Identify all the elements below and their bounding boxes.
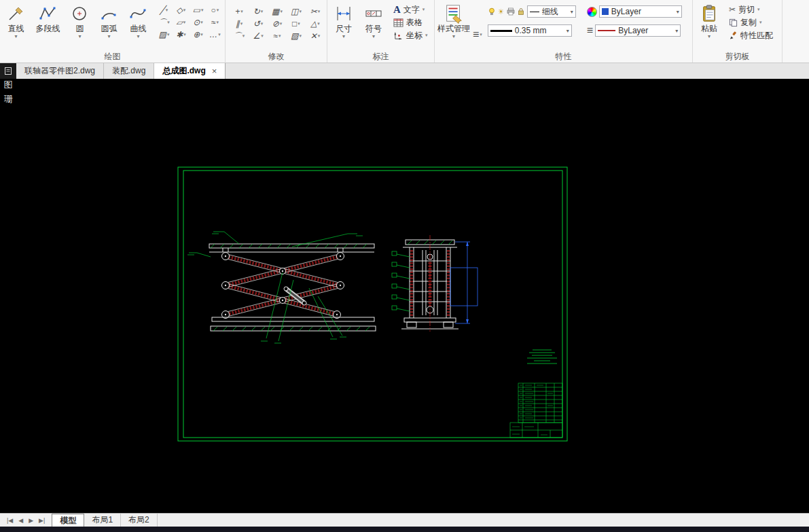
side-toolbar-top[interactable] xyxy=(0,63,16,79)
color-wheel-icon[interactable] xyxy=(587,7,597,17)
layer-print-icon[interactable] xyxy=(507,7,515,16)
clipboard-panel-label: 剪切板 xyxy=(693,52,782,61)
match-properties-label: 特性匹配 xyxy=(740,30,773,41)
cad-drawing-viewport[interactable] xyxy=(0,79,809,513)
layer-list-icon[interactable]: ≡ xyxy=(473,29,482,41)
paste-button[interactable]: 粘贴 xyxy=(694,1,724,40)
circle-tool-button[interactable]: 圆 xyxy=(65,1,94,40)
cut-button[interactable]: ✂ 剪切 ▾ xyxy=(727,3,775,16)
next-layout-button[interactable]: ▶ xyxy=(29,517,33,524)
point-icon[interactable]: ✱ xyxy=(173,29,190,41)
document-tab-3-active[interactable]: 总成图.dwg × xyxy=(154,63,226,79)
last-layout-button[interactable]: ▶| xyxy=(39,517,45,524)
coordinate-tool-button[interactable]: 坐标 ▾ xyxy=(391,29,430,41)
draw-panel: 直线 多段线 圆 圆弧 xyxy=(0,0,226,63)
move-icon[interactable]: + xyxy=(230,5,249,18)
array-icon[interactable]: ▦ xyxy=(268,5,287,18)
line-icon xyxy=(7,3,25,24)
document-tab-1[interactable]: 联轴器零件图2.dwg xyxy=(16,63,104,79)
circle-label: 圆 xyxy=(75,24,84,34)
linetype-combo[interactable]: ByLayer ▾ xyxy=(595,24,681,37)
mirror-icon[interactable]: ◫ xyxy=(287,5,306,18)
frame-tool-icon[interactable]: 珊 xyxy=(4,94,13,104)
layout1-tab[interactable]: 布局1 xyxy=(84,514,121,527)
dimension-icon xyxy=(334,3,353,24)
chamfer-icon[interactable]: ∠ xyxy=(249,30,268,42)
ellipse-icon[interactable]: ○ xyxy=(206,4,223,16)
parallelogram-icon[interactable]: ▱ xyxy=(173,16,190,29)
layer-on-bulb-icon[interactable] xyxy=(488,7,496,16)
rect-edit-icon[interactable]: □ xyxy=(287,18,306,30)
thin-line-combo[interactable]: 细线 ▾ xyxy=(527,5,576,18)
table-tool-button[interactable]: 表格 xyxy=(391,16,430,29)
spline-tool-button[interactable]: 曲线 xyxy=(124,1,153,40)
drawing-canvas[interactable]: 图 珊 xyxy=(0,79,809,513)
layer-lock-icon[interactable] xyxy=(517,7,525,16)
modify-grid: + ↻ ▦ ◫ ✂ ∥ ↺ ⊘ □ △ ⌒ ∠ ≈ ▧ ✕ xyxy=(227,1,325,42)
rotate-ccw-icon[interactable]: ↺ xyxy=(249,18,268,30)
modify-panel: + ↻ ▦ ◫ ✂ ∥ ↺ ⊘ □ △ ⌒ ∠ ≈ ▧ ✕ 修改 xyxy=(226,0,327,63)
symbol-tool-button[interactable]: 符号 xyxy=(359,1,389,40)
color-combo[interactable]: ByLayer ▾ xyxy=(599,5,682,18)
text-dropdown-arrow: ▾ xyxy=(423,7,425,12)
lineweight-combo[interactable]: 0.35 mm ▾ xyxy=(488,24,572,37)
polyline-tool-button[interactable]: 多段线 xyxy=(31,1,65,35)
cad-application: 直线 多段线 圆 圆弧 xyxy=(0,0,809,532)
trim-icon[interactable]: ✂ xyxy=(306,5,325,18)
more-draw-icon[interactable]: … xyxy=(206,29,223,41)
prev-layout-button[interactable]: ◀ xyxy=(18,517,23,524)
hatch-icon[interactable]: ▨ xyxy=(156,29,173,41)
layer-sun-icon[interactable]: ☀ xyxy=(498,7,505,16)
lineweight-value: 0.35 mm xyxy=(515,26,547,35)
delete-icon[interactable]: ✕ xyxy=(306,30,325,42)
first-layout-button[interactable]: |◀ xyxy=(7,517,13,524)
paper-icon xyxy=(4,67,12,75)
erase-icon[interactable]: ⊘ xyxy=(268,18,287,30)
arc-icon xyxy=(100,3,118,24)
annotate-panel: 尺寸 符号 A 文字 ▾ xyxy=(327,0,435,63)
copy-label: 复制 xyxy=(740,17,757,29)
arc-tool-button[interactable]: 圆弧 xyxy=(94,1,124,40)
model-tab[interactable]: 模型 xyxy=(52,514,84,527)
fillet-icon[interactable]: ⌒ xyxy=(230,30,249,42)
tab-close-icon[interactable]: × xyxy=(212,66,217,76)
draw-mini-grid: ╱ ◇ ▭ ○ ⌒ ▱ ⊙ ≈ ▨ ✱ ⊕ … xyxy=(153,1,223,41)
sheet-tool-icon[interactable]: 图 xyxy=(4,80,13,90)
copy-button[interactable]: 复制 ▾ xyxy=(727,16,775,29)
donut-icon[interactable]: ⊕ xyxy=(190,29,206,41)
match-properties-button[interactable]: 特性匹配 xyxy=(727,29,775,41)
arc-label: 圆弧 xyxy=(101,24,117,34)
document-tab-2[interactable]: 装配.dwg xyxy=(104,63,154,79)
thin-line-dropdown-arrow: ▾ xyxy=(571,9,573,15)
document-tab-bar: 联轴器零件图2.dwg 装配.dwg 总成图.dwg × xyxy=(0,63,809,79)
color-dropdown-arrow: ▾ xyxy=(677,9,679,15)
properties-panel-label: 特性 xyxy=(435,52,692,61)
line-tool-button[interactable]: 直线 xyxy=(1,1,31,40)
segment-icon[interactable]: ╱ xyxy=(156,4,173,16)
spline-icon xyxy=(129,3,147,24)
lineweight-sample xyxy=(490,30,512,32)
ribbon: 直线 多段线 圆 圆弧 xyxy=(0,0,809,63)
polygon-icon[interactable]: ◇ xyxy=(173,4,190,16)
dimension-tool-button[interactable]: 尺寸 xyxy=(329,1,359,40)
draw-panel-label: 绘图 xyxy=(0,52,225,61)
text-tool-button[interactable]: A 文字 ▾ xyxy=(391,3,430,16)
linetype-list-icon[interactable]: ≡ xyxy=(587,24,593,37)
arc-mini-icon[interactable]: ⌒ xyxy=(156,16,173,29)
table-label: 表格 xyxy=(406,17,423,29)
style-manager-button[interactable]: 样式管理 xyxy=(436,1,471,40)
stretch-icon[interactable]: ≈ xyxy=(268,30,287,42)
offset-icon[interactable]: ∥ xyxy=(230,18,249,30)
rotate-icon[interactable]: ↻ xyxy=(249,5,268,18)
cut-dropdown-arrow: ▾ xyxy=(757,7,760,12)
center-circle-icon[interactable]: ⊙ xyxy=(190,16,206,29)
layout-nav: |◀ ◀ ▶ ▶| xyxy=(0,514,52,527)
wave-icon[interactable]: ≈ xyxy=(206,16,223,29)
hatch-edit-icon[interactable]: ▧ xyxy=(287,30,306,42)
text-label: 文字 xyxy=(403,4,420,16)
rectangle-icon[interactable]: ▭ xyxy=(190,4,206,16)
layout2-tab[interactable]: 布局2 xyxy=(121,514,158,527)
scale-icon[interactable]: △ xyxy=(306,18,325,30)
linetype-sample xyxy=(598,30,615,31)
table-icon xyxy=(393,18,403,28)
